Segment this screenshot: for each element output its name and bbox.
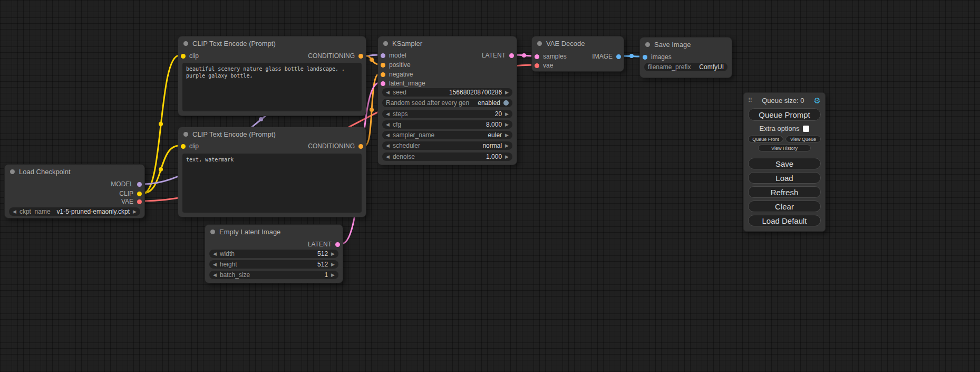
steps-widget[interactable]: ◀ steps 20 ▶ — [382, 110, 512, 118]
denoise-widget[interactable]: ◀ denoise 1.000 ▶ — [382, 152, 512, 161]
batch-size-widget[interactable]: ◀ batch_size 1 ▶ — [209, 271, 338, 279]
width-widget[interactable]: ◀ width 512 ▶ — [209, 250, 338, 258]
toggle-knob[interactable] — [503, 100, 509, 106]
collapse-dot[interactable] — [183, 132, 188, 137]
prev-arrow-icon[interactable]: ◀ — [386, 131, 390, 139]
input-port-samples[interactable]: samples — [535, 53, 567, 60]
model-port-dot[interactable] — [381, 53, 385, 58]
prev-arrow-icon[interactable]: ◀ — [386, 88, 390, 97]
output-port-model[interactable]: MODEL — [111, 180, 142, 188]
prev-arrow-icon[interactable]: ◀ — [386, 110, 390, 118]
prompt-textarea[interactable]: text, watermark — [182, 154, 362, 213]
vae-port-dot[interactable] — [137, 199, 142, 204]
collapse-dot[interactable] — [10, 169, 15, 174]
collapse-dot[interactable] — [183, 41, 188, 46]
node-header[interactable]: CLIP Text Encode (Prompt) — [178, 36, 366, 50]
prompt-textarea[interactable]: beautiful scenery nature glass bottle la… — [182, 63, 362, 111]
prev-arrow-icon[interactable]: ◀ — [13, 207, 16, 216]
latent-port-dot[interactable] — [335, 242, 340, 247]
output-port-conditioning[interactable]: CONDITIONING — [308, 142, 363, 150]
node-save-image[interactable]: Save Image images filename_prefix ComfyU… — [639, 37, 732, 78]
clip-port-dot[interactable] — [137, 192, 142, 196]
clear-button[interactable]: Clear — [748, 201, 821, 212]
next-arrow-icon[interactable]: ▶ — [505, 88, 509, 97]
node-header[interactable]: KSampler — [378, 36, 517, 50]
node-clip-text-encode-positive[interactable]: CLIP Text Encode (Prompt) clip CONDITION… — [178, 36, 366, 116]
drag-handle-icon[interactable]: ⠿ — [748, 97, 752, 104]
extra-options-checkbox[interactable] — [803, 126, 809, 132]
queue-panel[interactable]: ⠿ Queue size: 0 ⚙ Queue Prompt Extra opt… — [743, 92, 826, 232]
load-button[interactable]: Load — [748, 172, 821, 184]
scheduler-widget[interactable]: ◀ scheduler normal ▶ — [382, 141, 512, 150]
latent-port-dot[interactable] — [381, 81, 385, 86]
next-arrow-icon[interactable]: ▶ — [505, 120, 509, 129]
prev-arrow-icon[interactable]: ◀ — [213, 271, 217, 279]
filename-prefix-widget[interactable]: filename_prefix ComfyUI — [644, 63, 727, 71]
queue-prompt-button[interactable]: Queue Prompt — [748, 108, 821, 121]
model-port-dot[interactable] — [137, 182, 142, 187]
prev-arrow-icon[interactable]: ◀ — [386, 152, 390, 161]
prev-arrow-icon[interactable]: ◀ — [213, 260, 217, 269]
refresh-button[interactable]: Refresh — [748, 186, 821, 198]
node-vae-decode[interactable]: VAE Decode samples vae IMAGE — [531, 36, 624, 72]
next-arrow-icon[interactable]: ▶ — [505, 131, 509, 139]
seed-widget[interactable]: ◀ seed 156680208700286 ▶ — [382, 88, 512, 97]
node-clip-text-encode-negative[interactable]: CLIP Text Encode (Prompt) clip CONDITION… — [178, 127, 366, 217]
next-arrow-icon[interactable]: ▶ — [331, 260, 335, 269]
image-port-dot[interactable] — [616, 54, 621, 59]
image-port-dot[interactable] — [643, 55, 647, 60]
output-port-conditioning[interactable]: CONDITIONING — [308, 52, 363, 60]
latent-port-dot[interactable] — [509, 53, 514, 58]
next-arrow-icon[interactable]: ▶ — [505, 141, 509, 150]
prev-arrow-icon[interactable]: ◀ — [386, 141, 390, 150]
next-arrow-icon[interactable]: ▶ — [133, 207, 137, 216]
input-port-negative[interactable]: negative — [381, 71, 413, 78]
output-port-vae[interactable]: VAE — [121, 198, 142, 205]
next-arrow-icon[interactable]: ▶ — [505, 110, 509, 118]
prev-arrow-icon[interactable]: ◀ — [386, 120, 390, 129]
input-port-latent-image[interactable]: latent_image — [381, 80, 425, 87]
load-default-button[interactable]: Load Default — [748, 215, 821, 226]
next-arrow-icon[interactable]: ▶ — [505, 152, 509, 161]
input-port-model[interactable]: model — [381, 52, 406, 59]
conditioning-port-dot[interactable] — [381, 72, 385, 77]
node-header[interactable]: Save Image — [640, 37, 732, 51]
collapse-dot[interactable] — [537, 41, 542, 46]
node-load-checkpoint[interactable]: Load Checkpoint MODEL CLIP VAE ◀ ckpt_na… — [4, 164, 145, 218]
input-port-clip[interactable]: clip — [181, 142, 199, 150]
height-widget[interactable]: ◀ height 512 ▶ — [209, 260, 338, 269]
input-port-images[interactable]: images — [643, 53, 672, 61]
input-port-vae[interactable]: vae — [535, 62, 553, 69]
input-port-clip[interactable]: clip — [181, 52, 199, 60]
conditioning-port-dot[interactable] — [358, 144, 363, 149]
next-arrow-icon[interactable]: ▶ — [331, 250, 335, 258]
sampler-name-widget[interactable]: ◀ sampler_name euler ▶ — [382, 131, 512, 139]
node-header[interactable]: VAE Decode — [532, 36, 624, 50]
comfyui-canvas[interactable]: { "ui": { "arrow_left": "◀", "arrow_righ… — [0, 0, 980, 372]
prev-arrow-icon[interactable]: ◀ — [213, 250, 217, 258]
conditioning-port-dot[interactable] — [358, 54, 363, 59]
random-seed-toggle-widget[interactable]: Random seed after every gen enabled — [382, 99, 512, 107]
conditioning-port-dot[interactable] — [381, 63, 385, 68]
collapse-dot[interactable] — [383, 41, 388, 46]
node-header[interactable]: Load Checkpoint — [5, 165, 144, 178]
node-header[interactable]: Empty Latent Image — [205, 225, 343, 239]
collapse-dot[interactable] — [645, 42, 650, 47]
view-history-button[interactable]: View History — [758, 145, 810, 151]
latent-port-dot[interactable] — [535, 54, 539, 59]
clip-port-dot[interactable] — [181, 54, 186, 59]
node-empty-latent-image[interactable]: Empty Latent Image LATENT ◀ width 512 ▶ … — [205, 224, 343, 283]
view-queue-button[interactable]: View Queue — [785, 136, 821, 142]
input-port-positive[interactable]: positive — [381, 61, 411, 69]
clip-port-dot[interactable] — [181, 144, 186, 149]
vae-port-dot[interactable] — [535, 63, 539, 68]
output-port-latent[interactable]: LATENT — [308, 241, 340, 248]
output-port-clip[interactable]: CLIP — [119, 190, 142, 197]
ckpt-name-widget[interactable]: ◀ ckpt_name v1-5-pruned-emaonly.ckpt ▶ — [9, 207, 140, 216]
queue-front-button[interactable]: Queue Front — [748, 136, 783, 142]
output-port-image[interactable]: IMAGE — [592, 53, 621, 60]
node-header[interactable]: CLIP Text Encode (Prompt) — [178, 127, 366, 141]
settings-gear-icon[interactable]: ⚙ — [814, 97, 821, 104]
collapse-dot[interactable] — [210, 230, 215, 234]
node-ksampler[interactable]: KSampler model positive negative latent_… — [377, 36, 517, 165]
